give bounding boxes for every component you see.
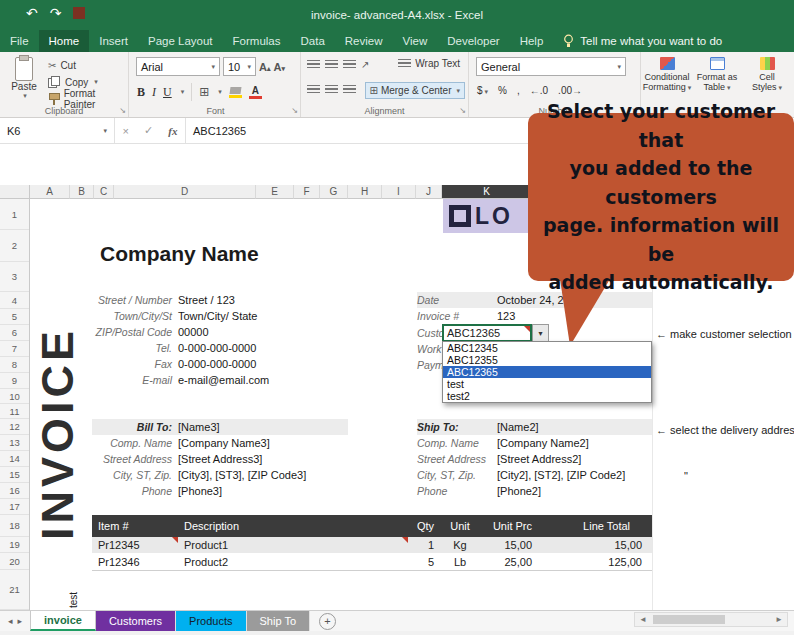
column-header-g[interactable]: G bbox=[320, 185, 348, 199]
column-header-i[interactable]: I bbox=[382, 185, 416, 199]
scroll-right-icon[interactable]: ► bbox=[775, 615, 783, 624]
row-header[interactable]: 20 bbox=[0, 553, 29, 570]
dropdown-option[interactable]: ABC12345 bbox=[443, 342, 651, 354]
borders-button[interactable]: ⊞ bbox=[199, 85, 209, 99]
tab-data[interactable]: Data bbox=[291, 30, 335, 52]
selected-cell-k6[interactable]: ABC12365 bbox=[442, 324, 532, 342]
tab-insert[interactable]: Insert bbox=[89, 30, 138, 52]
font-name-combo[interactable]: Arial▾ bbox=[136, 57, 220, 76]
font-size-combo[interactable]: 10▾ bbox=[223, 57, 256, 76]
dropdown-option[interactable]: ABC12355 bbox=[443, 354, 651, 366]
italic-button[interactable]: I bbox=[152, 85, 156, 100]
row-header[interactable]: 1 bbox=[0, 199, 29, 230]
sheet-tab-invoice[interactable]: invoice bbox=[30, 611, 96, 631]
column-header-f[interactable]: F bbox=[294, 185, 320, 199]
tab-review[interactable]: Review bbox=[335, 30, 393, 52]
percent-style-button[interactable]: % bbox=[498, 85, 507, 96]
row-header[interactable]: 8 bbox=[0, 357, 29, 373]
dropdown-option[interactable]: test bbox=[443, 378, 651, 390]
format-as-table-button[interactable]: Format as Table▾ bbox=[693, 57, 741, 93]
column-header-a[interactable]: A bbox=[30, 185, 70, 199]
sheet-nav-left-icon[interactable]: ◂ bbox=[8, 616, 13, 626]
sheet-tab-ship-to[interactable]: Ship To bbox=[247, 611, 311, 631]
paste-button[interactable]: Paste ▾ bbox=[6, 56, 42, 112]
item-row[interactable]: Pr12346 Product2 5 Lb 25,00 125,00 bbox=[92, 553, 652, 571]
scrollbar-thumb[interactable] bbox=[653, 615, 725, 624]
tab-formulas[interactable]: Formulas bbox=[223, 30, 291, 52]
column-header-e[interactable]: E bbox=[256, 185, 294, 199]
dropdown-option-selected[interactable]: ABC12365 bbox=[443, 366, 651, 378]
cancel-icon[interactable]: × bbox=[123, 125, 129, 137]
row-header[interactable]: 2 bbox=[0, 230, 29, 262]
column-header-k-selected[interactable]: K bbox=[442, 185, 532, 199]
row-header[interactable]: 19 bbox=[0, 537, 29, 553]
row-header[interactable]: 5 bbox=[0, 309, 29, 325]
align-left-button[interactable] bbox=[307, 85, 320, 94]
fill-color-button[interactable] bbox=[229, 87, 242, 98]
paste-dropdown-icon[interactable]: ▾ bbox=[23, 92, 27, 100]
row-header[interactable]: 9 bbox=[0, 373, 29, 389]
column-header-j[interactable]: J bbox=[416, 185, 442, 199]
row-header[interactable]: 17 bbox=[0, 499, 29, 515]
name-box[interactable]: K6▾ bbox=[0, 118, 115, 143]
column-header-h[interactable]: H bbox=[348, 185, 382, 199]
tab-page-layout[interactable]: Page Layout bbox=[138, 30, 223, 52]
tab-developer[interactable]: Developer bbox=[437, 30, 509, 52]
orientation-button[interactable]: ↗ bbox=[361, 59, 369, 70]
cut-button[interactable]: ✂Cut bbox=[48, 58, 128, 72]
row-header[interactable]: 21 bbox=[0, 570, 29, 610]
align-bottom-button[interactable] bbox=[343, 60, 356, 69]
increase-font-size-button[interactable]: A▴ bbox=[259, 61, 270, 73]
align-top-button[interactable] bbox=[307, 60, 320, 69]
row-header[interactable]: 7 bbox=[0, 341, 29, 357]
insert-function-icon[interactable]: fx bbox=[168, 125, 177, 137]
accounting-format-button[interactable]: $▾ bbox=[477, 85, 488, 96]
scroll-left-icon[interactable]: ◄ bbox=[639, 615, 647, 624]
sheet-nav-right-icon[interactable]: ▸ bbox=[18, 616, 23, 626]
format-painter-button[interactable]: Format Painter bbox=[48, 92, 128, 106]
decrease-decimal-button[interactable]: .00→ bbox=[558, 85, 582, 96]
horizontal-scrollbar[interactable]: ◄ ► bbox=[634, 612, 788, 627]
tab-file[interactable]: File bbox=[0, 30, 39, 52]
row-header[interactable]: 12 bbox=[0, 419, 29, 435]
dropdown-option[interactable]: test2 bbox=[443, 390, 651, 402]
customer-dropdown-button[interactable]: ▾ bbox=[532, 324, 549, 342]
sheet-tab-products[interactable]: Products bbox=[176, 611, 246, 631]
tab-home[interactable]: Home bbox=[39, 30, 90, 52]
decrease-font-size-button[interactable]: A▾ bbox=[273, 61, 284, 73]
font-dialog-launcher[interactable]: ↘ bbox=[291, 106, 298, 115]
row-header[interactable]: 13 bbox=[0, 435, 29, 451]
row-header[interactable]: 15 bbox=[0, 467, 29, 483]
column-header-d[interactable]: D bbox=[114, 185, 256, 199]
tab-help[interactable]: Help bbox=[510, 30, 554, 52]
font-color-button[interactable]: A bbox=[249, 86, 262, 99]
tab-view[interactable]: View bbox=[393, 30, 438, 52]
sheet-tab-customers[interactable]: Customers bbox=[96, 611, 176, 631]
conditional-formatting-button[interactable]: Conditional Formatting▾ bbox=[643, 57, 691, 93]
clipboard-dialog-launcher[interactable]: ↘ bbox=[119, 106, 126, 115]
item-row[interactable]: Pr12345 Product1 1 Kg 15,00 15,00 bbox=[92, 537, 652, 553]
align-right-button[interactable] bbox=[343, 85, 356, 94]
underline-button[interactable]: U bbox=[163, 85, 172, 100]
row-header[interactable]: 11 bbox=[0, 404, 29, 419]
align-center-button[interactable] bbox=[325, 85, 338, 94]
row-header[interactable]: 16 bbox=[0, 483, 29, 499]
row-header[interactable]: 10 bbox=[0, 389, 29, 404]
row-header[interactable]: 6 bbox=[0, 325, 29, 341]
enter-icon[interactable]: ✓ bbox=[144, 124, 153, 137]
column-header-c[interactable]: C bbox=[94, 185, 114, 199]
row-header[interactable]: 14 bbox=[0, 451, 29, 467]
copy-button[interactable]: Copy▾ bbox=[48, 75, 128, 89]
row-header[interactable]: 4 bbox=[0, 292, 29, 309]
increase-decimal-button[interactable]: ←.0 bbox=[530, 85, 548, 96]
wrap-text-button[interactable]: Wrap Text bbox=[398, 58, 460, 69]
number-format-combo[interactable]: General▾ bbox=[476, 57, 626, 76]
row-header[interactable]: 3 bbox=[0, 262, 29, 292]
select-all-corner[interactable] bbox=[0, 185, 30, 199]
merge-center-button[interactable]: ⊞Merge & Center▾ bbox=[365, 82, 466, 99]
add-sheet-button[interactable]: + bbox=[319, 613, 336, 630]
bold-button[interactable]: B bbox=[137, 85, 145, 100]
tell-me-box[interactable]: Tell me what you want to do bbox=[553, 30, 732, 52]
comma-style-button[interactable]: , bbox=[517, 85, 520, 96]
row-header[interactable]: 18 bbox=[0, 515, 29, 537]
